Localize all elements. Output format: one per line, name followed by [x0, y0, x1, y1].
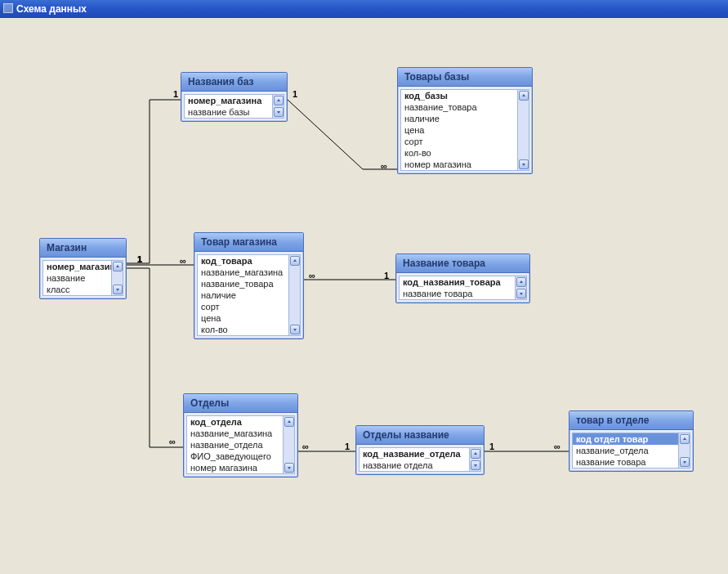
table-field[interactable]: кол-во — [401, 147, 517, 159]
table-field[interactable]: название — [43, 272, 111, 284]
table-field[interactable]: название_товара — [198, 278, 288, 289]
scrollbar[interactable] — [111, 261, 123, 295]
scroll-up-button[interactable] — [274, 96, 284, 105]
table-field[interactable]: цена — [401, 124, 517, 136]
table-otdely_nazvanie[interactable]: Отделы названиекод_название_отделаназван… — [355, 425, 485, 475]
cardinality-label: ∞ — [180, 256, 186, 266]
scroll-up-button[interactable] — [290, 256, 300, 266]
table-field[interactable]: класс — [43, 284, 111, 295]
window-title: Схема данных — [16, 3, 87, 15]
table-field-list[interactable]: номер_магазинаназваниекласс — [42, 260, 123, 296]
table-field[interactable]: код_товара — [198, 255, 288, 267]
scrollbar[interactable] — [678, 433, 690, 468]
table-field[interactable]: код_названия_товара — [400, 276, 515, 288]
cardinality-label: ∞ — [309, 271, 315, 280]
scrollbar[interactable] — [283, 416, 294, 473]
table-field[interactable]: название товара — [400, 288, 515, 299]
table-field[interactable]: наличие — [198, 289, 288, 301]
cardinality-label: ∞ — [381, 161, 387, 171]
table-field[interactable]: номер_магазина — [185, 95, 272, 106]
table-field[interactable]: название_магазина — [187, 428, 283, 439]
app-icon — [3, 3, 13, 13]
table-field[interactable]: название отдела — [360, 460, 469, 471]
table-field-list[interactable]: код_названия_товараназвание товара — [399, 276, 527, 300]
cardinality-label: 1 — [345, 442, 350, 451]
window-titlebar[interactable]: Схема данных — [0, 0, 728, 18]
table-title[interactable]: Название товара — [396, 254, 529, 273]
scrollbar[interactable] — [517, 90, 529, 170]
cardinality-label: ∞ — [554, 442, 561, 451]
scrollbar[interactable] — [515, 276, 526, 299]
table-field-list[interactable]: код_название_отделаназвание отдела — [359, 447, 481, 472]
scroll-up-button[interactable] — [471, 449, 480, 459]
scrollbar[interactable] — [469, 448, 480, 471]
table-field[interactable]: название_товара — [401, 101, 517, 113]
table-title[interactable]: Отделы — [184, 394, 297, 413]
table-field[interactable]: сорт — [198, 301, 288, 312]
scroll-down-button[interactable] — [471, 460, 480, 470]
schema-canvas[interactable]: 111∞1∞1∞∞1∞11∞Магазинномер_магазинаназва… — [0, 18, 728, 574]
table-field[interactable]: название_магазина — [198, 267, 288, 278]
cardinality-label: 1 — [293, 89, 297, 99]
table-field-list[interactable]: код_базыназвание_товараналичиеценасортко… — [400, 89, 529, 171]
table-title[interactable]: Названия баз — [181, 73, 287, 92]
table-field-list[interactable]: код_отделаназвание_магазинаназвание_отде… — [186, 415, 295, 474]
cardinality-label: 1 — [173, 89, 178, 99]
table-field[interactable]: название_отдела — [187, 439, 283, 451]
table-field-list[interactable]: код_товараназвание_магазинаназвание_това… — [197, 254, 301, 336]
table-field[interactable]: сорт — [401, 136, 517, 147]
table-tovar_v_otdele[interactable]: товар в отделекод отдел товарназвание_от… — [569, 410, 694, 472]
table-field-list[interactable]: код отдел товарназвание_отделаназвание т… — [572, 433, 690, 469]
table-field[interactable]: номер_магазина — [43, 261, 111, 272]
cardinality-label: ∞ — [169, 437, 176, 446]
table-title[interactable]: Магазин — [40, 239, 126, 258]
scroll-down-button[interactable] — [113, 285, 123, 294]
scroll-up-button[interactable] — [113, 262, 123, 271]
scroll-up-button[interactable] — [516, 277, 526, 287]
scroll-down-button[interactable] — [516, 289, 526, 298]
scroll-up-button[interactable] — [680, 434, 690, 444]
table-field-list[interactable]: номер_магазинаназвание базы — [184, 94, 284, 119]
scroll-down-button[interactable] — [519, 159, 529, 169]
table-field[interactable]: ФИО_заведующего — [187, 451, 283, 462]
cardinality-label: ∞ — [302, 442, 309, 451]
scroll-down-button[interactable] — [290, 325, 300, 334]
table-field[interactable]: цена — [198, 312, 288, 324]
table-field[interactable]: код отдел товар — [573, 433, 678, 445]
table-title[interactable]: Товар магазина — [194, 233, 303, 252]
table-field[interactable]: название товара — [573, 456, 678, 468]
scroll-down-button[interactable] — [680, 457, 690, 467]
table-nazvanie_tovara[interactable]: Название товаракод_названия_товараназван… — [395, 253, 530, 303]
table-field[interactable]: код_название_отдела — [360, 448, 469, 460]
table-title[interactable]: товар в отделе — [569, 411, 693, 430]
table-otdely[interactable]: Отделыкод_отделаназвание_магазинаназвани… — [183, 393, 298, 478]
scroll-down-button[interactable] — [284, 463, 294, 473]
scroll-up-button[interactable] — [519, 91, 529, 101]
scroll-down-button[interactable] — [274, 107, 284, 117]
cardinality-label: 1 — [137, 254, 142, 264]
table-title[interactable]: Отделы название — [356, 426, 484, 445]
cardinality-label: 1 — [384, 271, 389, 280]
table-magazin[interactable]: Магазинномер_магазинаназваниекласс — [39, 238, 127, 299]
cardinality-label: 1 — [489, 442, 494, 451]
cardinality-label: 1 — [137, 254, 142, 264]
table-tovar_magazina[interactable]: Товар магазинакод_товараназвание_магазин… — [194, 232, 304, 339]
table-field[interactable]: кол-во — [198, 324, 288, 335]
table-title[interactable]: Товары базы — [398, 68, 532, 87]
table-nazvaniya_baz[interactable]: Названия базномер_магазинаназвание базы — [181, 72, 288, 122]
table-tovary_bazy[interactable]: Товары базыкод_базыназвание_товараналичи… — [397, 67, 533, 174]
cardinality-label: 1 — [137, 254, 142, 264]
table-field[interactable]: номер магазина — [187, 462, 283, 473]
table-field[interactable]: название_отдела — [573, 445, 678, 456]
table-field[interactable]: наличие — [401, 113, 517, 124]
table-field[interactable]: код_отдела — [187, 416, 283, 428]
scrollbar[interactable] — [288, 255, 300, 335]
table-field[interactable]: номер магазина — [401, 159, 517, 170]
table-field[interactable]: код_базы — [401, 90, 517, 101]
scroll-up-button[interactable] — [284, 417, 294, 427]
table-field[interactable]: название базы — [185, 106, 272, 118]
scrollbar[interactable] — [272, 95, 284, 118]
